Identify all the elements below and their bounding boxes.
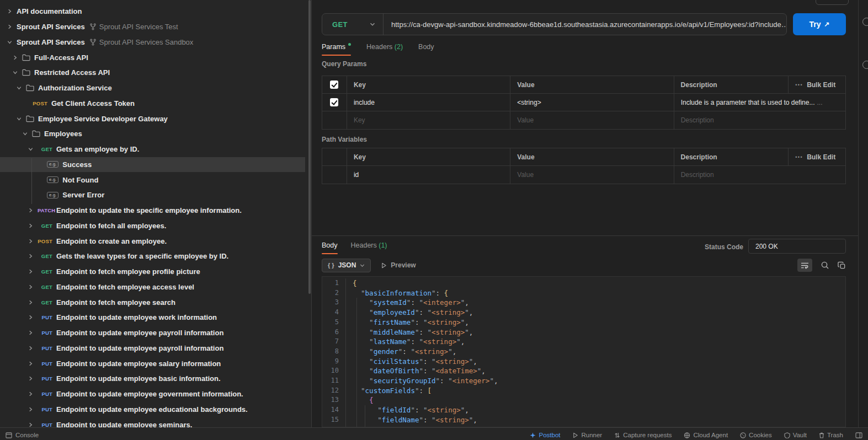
param-description[interactable]: Description [674, 111, 845, 129]
footer-item-cloud-agent[interactable]: Cloud Agent [684, 432, 728, 438]
footer-item-postbot[interactable]: Postbot [530, 432, 560, 438]
sidebar-item[interactable]: Restricted Access API [0, 65, 312, 81]
sidebar-item-label: Employee Service Developer Gateway [38, 115, 168, 123]
footer-item-vault[interactable]: Vault [784, 432, 807, 438]
bulk-edit-button[interactable]: •••Bulk Edit [789, 148, 845, 165]
play-icon [381, 262, 387, 269]
sidebar-item[interactable]: POSTEndpoint to create an employee. [0, 233, 312, 249]
sidebar-item[interactable]: PUTEndpoint to update employee work info… [0, 310, 312, 325]
url-input[interactable]: https://ca-devgw-api-sandbox.kindmeadow-… [384, 14, 786, 35]
method-badge: PUT [38, 375, 52, 382]
sidebar-item[interactable]: PUTEndpoint to update employee payroll i… [0, 341, 312, 356]
column-header-text: Key [354, 81, 366, 89]
footer-item-runner[interactable]: Runner [572, 432, 602, 438]
param-key-text: Key [354, 116, 365, 124]
tab-count: (1) [377, 242, 387, 249]
sidebar-item[interactable]: POSTGet Client Access Token [0, 96, 312, 111]
sidebar-item[interactable]: e.g.Not Found [0, 172, 312, 187]
sidebar-item-label: Endpoint to fetch all employees. [56, 222, 166, 230]
param-description[interactable]: Description [674, 166, 845, 184]
param-row: idValueDescription [322, 166, 845, 184]
param-key[interactable]: Key [347, 111, 510, 129]
footer-item-capture-requests[interactable]: Capture requests [614, 432, 672, 438]
console-button[interactable]: Console [6, 432, 39, 438]
sidebar-item[interactable]: GETEndpoint to fetch employee search [0, 294, 312, 310]
line-number: 5 [322, 318, 345, 328]
response-tab-headers[interactable]: Headers (1) [351, 242, 387, 254]
word-wrap-button[interactable] [797, 259, 812, 272]
status-code-value[interactable]: 200 OK [748, 239, 846, 254]
response-tab-body[interactable]: Body [322, 242, 338, 254]
sidebar-item[interactable]: PUTEndpoint to update employee governmen… [0, 387, 312, 402]
chevron-down-icon [360, 263, 365, 268]
sidebar-item[interactable]: GETEndpoint to fetch employee profile pi… [0, 264, 312, 280]
sidebar-item[interactable]: PUTEndpoint to update employee payroll i… [0, 325, 312, 341]
column-header-text: Key [354, 153, 366, 161]
method-badge: PUT [38, 330, 52, 336]
sidebar-item[interactable]: Employees [0, 126, 312, 142]
body-format-select[interactable]: { } JSON [322, 259, 371, 272]
request-tab-headers[interactable]: Headers (2) [366, 43, 403, 56]
line-content: "dateOfBirth": "<dateTime>", [345, 366, 486, 376]
code-lines: 1{2 "basicInformation": {3 "systemId": "… [322, 277, 845, 427]
search-icon[interactable] [821, 261, 829, 270]
rail-icon[interactable] [862, 61, 868, 69]
param-value[interactable]: <string> [510, 94, 674, 111]
sidebar-item[interactable]: Full-Access API [0, 50, 312, 65]
param-key[interactable]: include [347, 94, 510, 111]
sidebar-item[interactable]: API documentation [0, 4, 312, 19]
sidebar-item-label: Endpoint to update the specific employee… [56, 206, 242, 214]
request-tab-params[interactable]: Params [322, 43, 351, 56]
method-select[interactable]: GET [322, 14, 384, 35]
param-value[interactable]: Value [510, 111, 674, 129]
sidebar-item[interactable]: PUTEndpoint to update employee seminars. [0, 417, 312, 427]
param-row: include<string>Include is a parameter th… [322, 94, 845, 111]
footer-item-trash[interactable]: Trash [819, 432, 843, 438]
sidebar-item[interactable]: Sprout API ServicesSprout API Services T… [0, 19, 312, 35]
sidebar-item[interactable]: e.g.Server Error [0, 187, 312, 203]
param-description[interactable]: Include is a parameter that is used to d… [674, 94, 845, 111]
preview-button[interactable]: Preview [381, 261, 416, 269]
sidebar-item[interactable]: PUTEndpoint to update employee education… [0, 402, 312, 417]
param-value[interactable]: Value [510, 166, 674, 184]
tab-label: Params [322, 43, 345, 51]
sidebar-item[interactable]: GETGets an employee by ID. [0, 142, 312, 157]
sidebar-item-label: Endpoint to update employee basic inform… [56, 374, 221, 383]
param-key[interactable]: id [347, 166, 510, 184]
checkbox[interactable] [330, 98, 338, 106]
rail-icon[interactable] [862, 18, 868, 26]
method-badge: GET [38, 223, 52, 229]
sidebar-item[interactable]: GETEndpoint to fetch employee access lev… [0, 280, 312, 295]
copy-icon[interactable] [838, 261, 846, 270]
param-key-text: include [354, 99, 375, 106]
sidebar-item[interactable]: GETGets the leave types for a specific e… [0, 249, 312, 264]
sidebar-item[interactable]: PUTEndpoint to update employee basic inf… [0, 371, 312, 387]
chevron-down-icon [16, 85, 22, 91]
line-content: "basicInformation": { [345, 288, 448, 298]
sidebar-item[interactable]: PUTEndpoint to update employee salary in… [0, 356, 312, 371]
sidebar-item[interactable]: Employee Service Developer Gateway [0, 111, 312, 126]
checkbox[interactable] [330, 81, 338, 89]
row-checkbox-cell [322, 111, 347, 129]
sidebar-item[interactable]: Sprout API ServicesSprout API Services S… [0, 35, 312, 50]
line-content: "securityGroupId": "<integer>", [345, 376, 498, 386]
table-header-row: KeyValueDescription•••Bulk Edit [322, 148, 845, 166]
sidebar-item[interactable]: Authorization Service [0, 81, 312, 96]
line-number: 12 [322, 386, 345, 396]
partial-top-button[interactable] [816, 0, 849, 5]
code-line: 7 "lastName": "<string>", [322, 337, 845, 347]
sidebar-scrollbar[interactable] [308, 0, 311, 294]
sidebar-item[interactable]: GETEndpoint to fetch all employees. [0, 218, 312, 234]
footer-item-cookies[interactable]: Cookies [740, 432, 772, 438]
sidebar-item[interactable]: PATCHEndpoint to update the specific emp… [0, 203, 312, 218]
panel-toggle-icon[interactable] [855, 432, 862, 438]
sidebar-item[interactable]: e.g.Success [0, 157, 305, 173]
request-tab-body[interactable]: Body [418, 43, 434, 56]
folder-icon [22, 69, 30, 76]
try-button[interactable]: Try ↗ [793, 13, 846, 35]
response-body-editor[interactable]: 1{2 "basicInformation": {3 "systemId": "… [322, 276, 846, 427]
param-value-text: <string> [517, 99, 541, 106]
bulk-edit-button[interactable]: •••Bulk Edit [789, 76, 845, 93]
line-number: 3 [322, 298, 345, 308]
line-number: 4 [322, 308, 345, 318]
